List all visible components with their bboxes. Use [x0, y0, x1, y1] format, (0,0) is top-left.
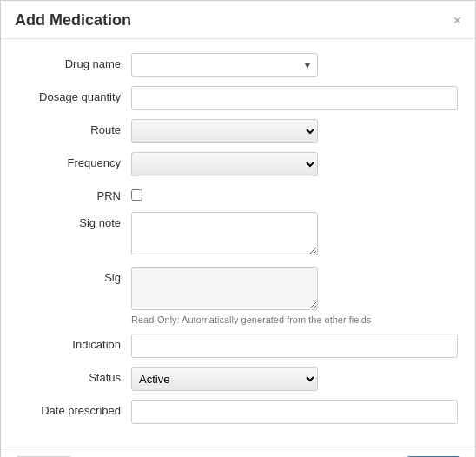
- status-row: Status Active Inactive: [18, 367, 458, 391]
- indication-control: [131, 334, 458, 358]
- sig-note-row: Sig note: [18, 212, 458, 258]
- drug-name-label: Drug name: [18, 53, 131, 70]
- date-prescribed-control: [131, 400, 458, 424]
- route-row: Route: [18, 119, 458, 143]
- dosage-quantity-label: Dosage quantity: [18, 86, 131, 103]
- drug-name-row: Drug name ▼: [18, 53, 458, 77]
- date-prescribed-row: Date prescribed: [18, 400, 458, 424]
- prn-row: PRN: [18, 185, 458, 203]
- drug-name-input[interactable]: [131, 53, 318, 77]
- route-label: Route: [18, 119, 131, 136]
- sig-note-textarea[interactable]: [131, 212, 318, 255]
- indication-label: Indication: [18, 334, 131, 351]
- sig-note-control: [131, 212, 458, 258]
- indication-input[interactable]: [131, 334, 458, 358]
- prn-checkbox[interactable]: [131, 189, 142, 201]
- prn-label: PRN: [18, 185, 131, 202]
- date-prescribed-label: Date prescribed: [18, 400, 131, 417]
- modal-title: Add Medication: [15, 11, 131, 30]
- frequency-select[interactable]: [131, 152, 318, 176]
- modal-footer: Close Save: [1, 447, 475, 457]
- status-select[interactable]: Active Inactive: [131, 367, 318, 391]
- frequency-row: Frequency: [18, 152, 458, 176]
- sig-textarea: [131, 267, 318, 310]
- route-select[interactable]: [131, 119, 318, 143]
- dosage-quantity-input[interactable]: [131, 86, 458, 110]
- route-control: [131, 119, 458, 143]
- drug-name-control: ▼: [131, 53, 458, 77]
- frequency-label: Frequency: [18, 152, 131, 169]
- indication-row: Indication: [18, 334, 458, 358]
- sig-readonly-note: Read-Only: Automatically generated from …: [131, 315, 458, 325]
- add-medication-modal: Add Medication × Drug name ▼ Dosage quan…: [0, 0, 476, 457]
- modal-body: Drug name ▼ Dosage quantity Route: [1, 39, 475, 447]
- prn-control: [131, 185, 458, 203]
- dosage-quantity-row: Dosage quantity: [18, 86, 458, 110]
- close-x-button[interactable]: ×: [453, 14, 461, 28]
- drug-name-wrapper: ▼: [131, 53, 318, 77]
- modal-header: Add Medication ×: [1, 1, 475, 39]
- sig-control: Read-Only: Automatically generated from …: [131, 267, 458, 325]
- dosage-quantity-control: [131, 86, 458, 110]
- status-control: Active Inactive: [131, 367, 458, 391]
- sig-row: Sig Read-Only: Automatically generated f…: [18, 267, 458, 325]
- sig-label: Sig: [18, 267, 131, 284]
- status-label: Status: [18, 367, 131, 384]
- sig-note-label: Sig note: [18, 212, 131, 229]
- date-prescribed-input[interactable]: [131, 400, 458, 424]
- frequency-control: [131, 152, 458, 176]
